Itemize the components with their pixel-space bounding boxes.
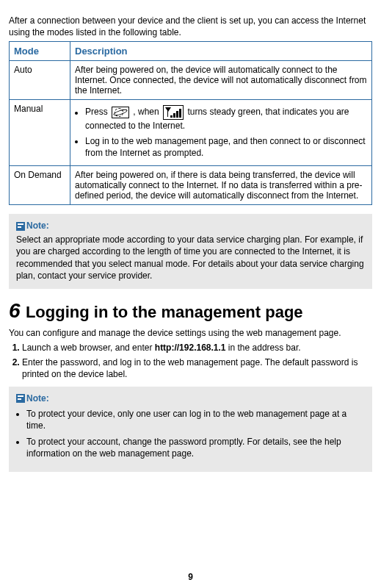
header-desc: Description bbox=[70, 42, 372, 61]
note-box-1: Note: Select an appropriate mode accordi… bbox=[9, 214, 372, 289]
table-row: Auto After being powered on, the device … bbox=[10, 61, 372, 100]
steps-list: Launch a web browser, and enter http://1… bbox=[9, 342, 372, 381]
desc-cell-manual: Press , when turns steady green, that in… bbox=[70, 100, 372, 166]
step-2: Enter the password, and log in to the we… bbox=[22, 356, 372, 380]
note-label: Note: bbox=[16, 392, 49, 404]
step-1: Launch a web browser, and enter http://1… bbox=[22, 342, 372, 354]
note-label: Note: bbox=[16, 220, 49, 232]
section-heading: 6 Logging in to the management page bbox=[9, 299, 372, 323]
note-box-2: Note: To protect your device, only one u… bbox=[9, 387, 372, 472]
header-mode: Mode bbox=[10, 42, 70, 61]
note-icon bbox=[16, 222, 25, 231]
desc-cell-ondemand: After being powered on, if there is data… bbox=[70, 165, 372, 204]
text-fragment: Press bbox=[85, 107, 110, 118]
desc-cell-auto: After being powered on, the device will … bbox=[70, 61, 372, 100]
note2-bullet-1: To protect your device, only one user ca… bbox=[26, 408, 365, 431]
text-fragment: , when bbox=[133, 107, 162, 118]
note-icon bbox=[16, 394, 25, 403]
table-row: Manual Press , when turns steady green, … bbox=[10, 100, 372, 166]
note-body: Select an appropriate mode according to … bbox=[16, 234, 365, 282]
url-bold: http://192.168.1.1 bbox=[155, 343, 226, 353]
modes-table: Mode Description Auto After being powere… bbox=[9, 41, 372, 205]
manual-bullet-1: Press , when turns steady green, that in… bbox=[85, 105, 367, 132]
text-fragment: in the address bar. bbox=[228, 343, 301, 353]
section-intro: You can configure and manage the device … bbox=[9, 327, 372, 339]
power-globe-icon bbox=[112, 107, 129, 118]
table-row: On Demand After being powered on, if the… bbox=[10, 165, 372, 204]
section-title: Logging in to the management page bbox=[26, 303, 303, 321]
page-number: 9 bbox=[0, 572, 381, 582]
table-header-row: Mode Description bbox=[10, 42, 372, 61]
note-label-text: Note: bbox=[26, 393, 49, 404]
manual-bullet-2: Log in to the web management page, and t… bbox=[85, 135, 367, 159]
signal-bars-icon bbox=[163, 105, 184, 120]
note2-bullet-2: To protect your account, change the pass… bbox=[26, 436, 365, 459]
mode-cell-manual: Manual bbox=[10, 100, 70, 166]
mode-cell-auto: Auto bbox=[10, 61, 70, 100]
note-label-text: Note: bbox=[26, 220, 49, 231]
section-number: 6 bbox=[9, 299, 21, 322]
text-fragment: Launch a web browser, and enter bbox=[22, 343, 155, 353]
mode-cell-ondemand: On Demand bbox=[10, 165, 70, 204]
intro-text: After a connection between your device a… bbox=[9, 15, 372, 38]
